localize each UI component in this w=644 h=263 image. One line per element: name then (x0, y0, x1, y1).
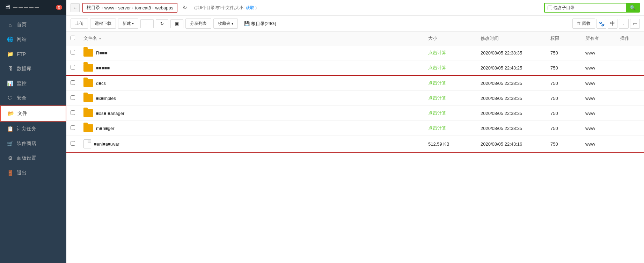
file-permissions: 750 (546, 45, 581, 60)
file-owner: www (581, 60, 616, 76)
file-owner: www (581, 91, 616, 106)
calc-size-link[interactable]: 点击计算 (428, 110, 446, 116)
file-permissions: 750 (546, 106, 581, 121)
sidebar-item-label: 文件 (17, 110, 27, 117)
row-checkbox[interactable] (71, 110, 75, 115)
view-button[interactable]: ▣ (170, 19, 183, 28)
file-modified: 2020/08/05 22:38:35 (476, 121, 546, 136)
logo-text: — — — — — (13, 5, 39, 10)
breadcrumb-server[interactable]: server (118, 5, 131, 10)
file-owner: www (581, 75, 616, 91)
col-header-permissions: 权限 (546, 32, 581, 45)
view-mode-dot-button[interactable]: · (619, 19, 629, 29)
file-name[interactable]: R■■■ (96, 50, 108, 56)
file-modified: 2020/08/05 22:38:35 (476, 106, 546, 121)
disk-icon: 💾 (244, 21, 250, 26)
file-count-info: (共6个目录与1个文件,大小: 获取 ) (194, 5, 257, 11)
file-operations[interactable] (616, 106, 644, 121)
sidebar-item-database[interactable]: 🗄 数据库 (0, 61, 66, 76)
file-name[interactable]: ■eni■a■.war (94, 141, 119, 147)
back-button[interactable]: ← (71, 3, 80, 12)
topbar-search-area: 包含子目录 🔍 (544, 3, 640, 13)
search-checkbox-label[interactable]: 包含子目录 (545, 5, 577, 11)
delete-button[interactable]: 🗑 回收 (572, 19, 595, 29)
calc-size-link[interactable]: 点击计算 (428, 80, 446, 86)
toolbar-back-button[interactable]: ← (140, 19, 154, 28)
file-icon (83, 139, 91, 148)
sidebar-item-panel[interactable]: ⚙ 面板设置 (0, 151, 66, 166)
main-content: ← 根目录 › www › server › tomcat8 › webapps… (66, 0, 644, 263)
breadcrumb-tomcat8[interactable]: tomcat8 (135, 5, 151, 10)
file-operations[interactable] (616, 75, 644, 91)
file-operations[interactable] (616, 136, 644, 153)
file-name[interactable]: ■■■■■ (96, 65, 110, 71)
new-button[interactable]: 新建 (118, 19, 138, 29)
row-checkbox[interactable] (71, 95, 75, 100)
row-checkbox[interactable] (71, 141, 75, 146)
file-modified: 2020/08/05 22:43:25 (476, 60, 546, 76)
file-operations[interactable] (616, 121, 644, 136)
upload-button[interactable]: 上传 (71, 19, 88, 29)
calc-size-link[interactable]: 点击计算 (428, 50, 446, 55)
calc-size-link[interactable]: 点击计算 (428, 95, 446, 101)
folder-icon (83, 79, 93, 87)
sort-icon[interactable]: ▾ (99, 37, 101, 41)
toolbar-refresh-button[interactable]: ↻ (156, 19, 168, 28)
monitor-icon: 🖥 (4, 3, 10, 11)
sidebar-item-ftp[interactable]: 📁 FTP (0, 47, 66, 61)
search-input[interactable] (577, 4, 626, 12)
row-checkbox[interactable] (71, 125, 75, 130)
file-modified: 2020/08/05 22:38:35 (476, 75, 546, 91)
select-all-checkbox[interactable] (71, 36, 75, 40)
file-name[interactable]: d■cs (96, 81, 106, 86)
breadcrumb-sep-4: › (153, 6, 154, 10)
breadcrumb-webapps[interactable]: webapps (155, 5, 173, 10)
include-subdir-checkbox[interactable] (548, 6, 552, 10)
row-checkbox[interactable] (71, 65, 75, 70)
table-row: ■os■ ■anager点击计算2020/08/05 22:38:35750ww… (66, 106, 644, 121)
col-header-size: 大小 (424, 32, 476, 45)
file-count-link[interactable]: 获取 (246, 5, 254, 10)
file-operations[interactable] (616, 91, 644, 106)
breadcrumb-root[interactable]: 根目录 (87, 5, 100, 11)
sidebar-item-logout[interactable]: 🚪 退出 (0, 166, 66, 180)
file-name[interactable]: ■os■ ■anager (96, 111, 124, 116)
share-list-button[interactable]: 分享列表 (185, 19, 211, 29)
search-button[interactable]: 🔍 (626, 3, 639, 12)
bookmark-button[interactable]: 收藏夹 (213, 19, 238, 29)
sidebar-item-label: 数据库 (17, 66, 31, 72)
file-name[interactable]: m■n■ger (96, 126, 115, 131)
sidebar-item-label: 监控 (17, 80, 27, 87)
sidebar-item-schedule[interactable]: 📋 计划任务 (0, 122, 66, 136)
calc-size-link[interactable]: 点击计算 (428, 65, 446, 70)
sidebar-item-store[interactable]: 🛒 软件商店 (0, 136, 66, 151)
view-mode-grid-button[interactable]: ▭ (630, 19, 640, 29)
breadcrumb-www[interactable]: www (104, 5, 114, 10)
file-name[interactable]: ■x■mples (96, 96, 116, 101)
sidebar-item-label: 首页 (17, 22, 27, 28)
calc-size-link[interactable]: 点击计算 (428, 125, 446, 131)
sidebar-item-security[interactable]: 🛡 安全 (0, 91, 66, 105)
row-checkbox[interactable] (71, 50, 75, 54)
row-checkbox[interactable] (71, 80, 75, 85)
sidebar-item-files[interactable]: 📂 文件 (0, 105, 66, 122)
breadcrumb: 根目录 › www › server › tomcat8 › webapps (82, 3, 177, 13)
view-mode-zh-button[interactable]: 中 (608, 19, 617, 29)
disk-label: 根目录(29G) (251, 21, 276, 27)
paw-icon-button[interactable]: 🐾 (597, 19, 606, 29)
monitor-nav-icon: 📊 (7, 80, 13, 87)
file-operations[interactable] (616, 60, 644, 76)
file-operations[interactable] (616, 45, 644, 60)
sidebar-item-website[interactable]: 🌐 网站 (0, 32, 66, 47)
sidebar-item-home[interactable]: ⌂ 首页 (0, 17, 66, 32)
file-count-text: (共6个目录与1个文件,大小: (194, 5, 244, 10)
col-header-modified: 修改时间 (476, 32, 546, 45)
table-row: ■eni■a■.war512.59 KB2020/08/05 22:43:167… (66, 136, 644, 153)
col-header-name: 文件名 ▾ (79, 32, 424, 45)
table-row: ■■■■■点击计算2020/08/05 22:43:25750www (66, 60, 644, 76)
folder-icon (83, 94, 93, 102)
sidebar-item-monitor[interactable]: 📊 监控 (0, 76, 66, 91)
remote-download-button[interactable]: 远程下载 (90, 19, 116, 29)
path-refresh-button[interactable]: ↻ (180, 3, 189, 12)
col-header-operations: 操作 (616, 32, 644, 45)
